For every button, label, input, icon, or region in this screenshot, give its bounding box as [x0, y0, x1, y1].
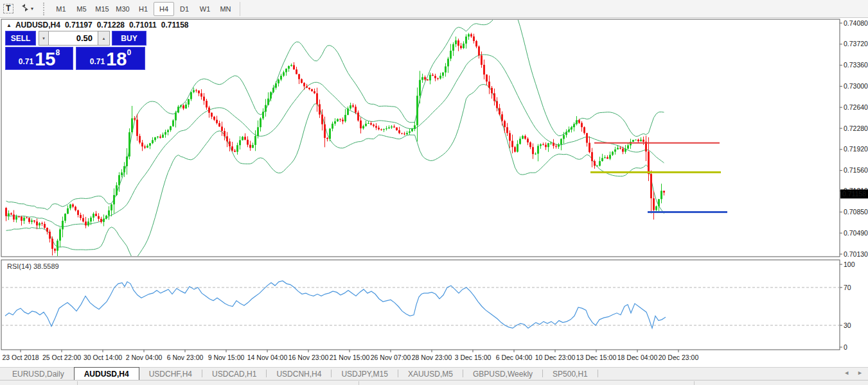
volume-decrease-button[interactable]: ▼: [39, 31, 49, 46]
tab-eurusd-daily[interactable]: EURUSD,Daily: [3, 368, 74, 380]
chart-header: ▲ AUDUSD,H4 0.71197 0.71228 0.71011 0.71…: [6, 21, 188, 30]
rsi-tick-label: 0: [844, 343, 847, 351]
tab-xauusd-m5[interactable]: XAUUSD,M5: [398, 368, 463, 380]
cursor-arrows-icon: [21, 3, 30, 15]
date-tick-label: 14 Nov 04:00: [247, 354, 288, 361]
tab-sp500-h1[interactable]: SP500,H1: [543, 368, 598, 380]
volume-increase-button[interactable]: ▲: [98, 31, 110, 46]
current-price-label: 0.71158: [842, 190, 866, 198]
collapse-triangle-icon[interactable]: ▲: [6, 22, 12, 28]
toolbar: T ▾ M1M5M15M30H1H4D1W1MN: [0, 0, 868, 18]
date-tick-label: 26 Nov 07:00: [371, 354, 411, 361]
toolbar-grip-separator: [43, 3, 48, 15]
tabs: EURUSD,DailyAUDUSD,H4USDCHF,H4USDCAD,H1U…: [3, 367, 598, 380]
status-bar-divider: [694, 381, 695, 385]
date-tick-label: 10 Dec 23:00: [535, 354, 576, 361]
timeframe-button-m30[interactable]: M30: [112, 2, 133, 16]
rsi-pane-border: [1, 260, 840, 350]
sell-button[interactable]: SELL: [5, 31, 36, 46]
ohlc-high: 0.71228: [97, 21, 125, 30]
rsi-indicator-label: RSI(14) 38.5589: [7, 262, 59, 270]
sell-price-big: 15: [35, 51, 55, 67]
timeframe-button-m1[interactable]: M1: [51, 2, 71, 16]
sell-price-sup: 8: [55, 48, 60, 57]
status-bar: [0, 380, 868, 385]
chevron-down-icon: ▾: [31, 6, 33, 12]
cursor-tool-button[interactable]: ▾: [17, 2, 37, 16]
price-tick-label: 0.73000: [844, 82, 868, 90]
timeframe-button-mn[interactable]: MN: [215, 2, 236, 16]
rsi-tick-label: 70: [844, 284, 851, 291]
buy-price-box[interactable]: 0.71 18 0: [76, 47, 145, 70]
tab-usdchf-h4[interactable]: USDCHF,H4: [139, 368, 202, 380]
price-tick-label: 0.70130: [844, 250, 868, 258]
rsi-tick-label: 30: [844, 321, 851, 329]
date-tick-label: 16 Nov 23:00: [288, 354, 329, 361]
timeframe-button-w1[interactable]: W1: [195, 2, 215, 16]
buy-price-base: 0.71: [90, 57, 105, 66]
chart-tab-bar: EURUSD,DailyAUDUSD,H4USDCHF,H4USDCAD,H1U…: [0, 367, 868, 380]
price-tick-label: 0.73360: [844, 61, 868, 69]
chart-canvas[interactable]: 0.740800.737200.733600.730000.726400.722…: [0, 18, 868, 367]
ohlc-low: 0.71011: [129, 21, 157, 30]
one-click-trade-panel: SELL ▼ 0.50 ▲ BUY 0.71 15 8 0.71 18: [5, 31, 146, 70]
timeframe-button-d1[interactable]: D1: [174, 2, 195, 16]
timeframe-buttons: M1M5M15M30H1H4D1W1MN: [51, 2, 236, 16]
tab-gbpusd-weekly[interactable]: GBPUSD,Weekly: [463, 368, 542, 380]
price-tick-label: 0.70850: [844, 208, 868, 216]
trading-terminal: T ▾ M1M5M15M30H1H4D1W1MN 0.740800.737200…: [0, 0, 868, 385]
chart-window: 0.740800.737200.733600.730000.726400.722…: [0, 18, 868, 367]
timeframe-button-m15[interactable]: M15: [92, 2, 112, 16]
status-bar-divider: [77, 381, 78, 385]
price-tick-label: 0.72280: [844, 124, 868, 132]
spinner-up-icon: ▲: [102, 37, 106, 40]
text-tool-icon: T: [3, 4, 13, 13]
date-tick-label: 9 Nov 15:00: [208, 354, 245, 361]
date-tick-label: 20 Dec 23:00: [659, 354, 699, 361]
price-tick-label: 0.71920: [844, 145, 868, 153]
date-tick-label: 6 Nov 23:00: [167, 354, 204, 361]
buy-button[interactable]: BUY: [112, 31, 146, 46]
tab-usdjpy-m15[interactable]: USDJPY,M15: [332, 368, 397, 380]
date-tick-label: 2 Nov 04:00: [126, 354, 163, 361]
toolbar-separator: [240, 2, 240, 16]
sell-price-box[interactable]: 0.71 15 8: [5, 47, 73, 70]
tab-usdcnh-h4[interactable]: USDCNH,H4: [267, 368, 331, 380]
ohlc-close: 0.71158: [161, 21, 189, 30]
status-bar-divider: [359, 381, 359, 385]
date-tick-label: 6 Dec 04:00: [496, 354, 533, 361]
date-tick-label: 25 Oct 22:00: [42, 354, 81, 361]
timeframe-button-h4[interactable]: H4: [154, 2, 174, 16]
tab-separator: [598, 370, 598, 377]
date-tick-label: 3 Dec 15:00: [455, 354, 492, 361]
sell-price-base: 0.71: [19, 57, 33, 66]
rsi-tick-label: 100: [844, 261, 855, 268]
date-tick-label: 13 Dec 15:00: [576, 354, 617, 361]
tab-scroll-arrows: ◄ ►: [844, 370, 863, 376]
price-tick-label: 0.74080: [844, 19, 868, 27]
price-tick-label: 0.71560: [844, 166, 868, 174]
tab-usdcad-h1[interactable]: USDCAD,H1: [202, 368, 266, 380]
date-tick-label: 23 Oct 2018: [2, 354, 39, 361]
buy-price-sup: 0: [127, 48, 131, 57]
price-tick-label: 0.70490: [844, 229, 868, 237]
tab-scroll-right-icon[interactable]: ►: [857, 370, 863, 376]
timeframe-button-h1[interactable]: H1: [133, 2, 154, 16]
volume-input[interactable]: 0.50: [49, 31, 98, 46]
ohlc-open: 0.71197: [65, 21, 93, 30]
date-tick-label: 30 Oct 14:00: [84, 354, 122, 361]
date-tick-label: 28 Nov 23:00: [412, 354, 452, 361]
buy-price-big: 18: [106, 51, 127, 67]
tab-scroll-left-icon[interactable]: ◄: [844, 370, 849, 376]
spinner-down-icon: ▼: [42, 37, 46, 40]
text-tool-button[interactable]: T: [1, 2, 15, 16]
date-tick-label: 21 Nov 15:00: [330, 354, 370, 361]
date-tick-label: 18 Dec 04:00: [617, 354, 658, 361]
timeframe-button-m5[interactable]: M5: [71, 2, 92, 16]
price-tick-label: 0.72640: [844, 103, 868, 111]
price-tick-label: 0.73720: [844, 40, 868, 47]
tab-audusd-h4[interactable]: AUDUSD,H4: [74, 367, 139, 380]
symbol-title: AUDUSD,H4: [15, 21, 60, 30]
